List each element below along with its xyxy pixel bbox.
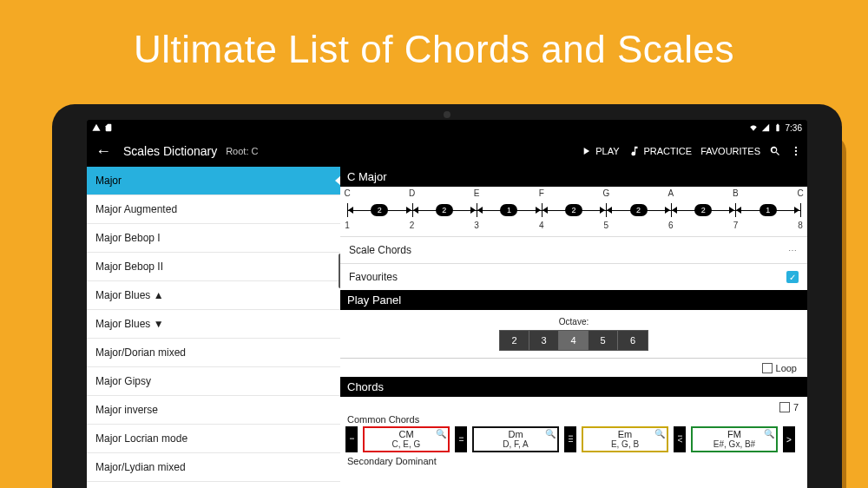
octave-button[interactable]: 2 (500, 331, 529, 350)
common-chords-label: Common Chords (347, 414, 802, 425)
note-label: E (474, 188, 480, 198)
sd-icon (104, 123, 113, 132)
favourites-action[interactable]: FAVOURITES (700, 146, 760, 156)
scale-diagram: CDEFGABC 2212221 12345678 (340, 187, 807, 236)
signal-icon (761, 123, 770, 132)
practice-action[interactable]: PRACTICE (628, 145, 693, 157)
note-label: A (668, 188, 674, 198)
step-label: 7 (733, 221, 739, 230)
scale-list-item[interactable]: Major Gipsy (87, 367, 340, 396)
scale-chords-row[interactable]: Scale Chords ⋯ (340, 236, 807, 263)
loop-checkbox[interactable] (762, 363, 773, 373)
scale-list-item[interactable]: Major Bebop I (87, 224, 340, 253)
magnify-icon[interactable]: 🔍 (764, 429, 774, 439)
scale-list-item[interactable]: Major inverse (87, 396, 340, 425)
music-note-icon (628, 145, 641, 157)
interval-bubble: 1 (500, 204, 517, 216)
chord-name: Dm (508, 429, 523, 439)
search-action[interactable] (769, 145, 781, 157)
octave-button[interactable]: 4 (559, 331, 589, 350)
chord-roman-label: I (345, 426, 358, 452)
wifi-icon (749, 123, 758, 132)
more-vert-icon (790, 145, 802, 157)
step-label: 6 (668, 221, 674, 230)
octave-button[interactable]: 6 (618, 331, 648, 350)
overflow-menu[interactable] (790, 145, 802, 157)
scrollbar-thumb[interactable] (339, 254, 340, 288)
chord-notes: C, E, G (392, 439, 421, 449)
chord-roman-label: III (564, 426, 576, 452)
favourites-checkbox[interactable]: ✓ (786, 271, 799, 283)
scale-title-header: C Major (340, 167, 807, 187)
main-panel: C Major CDEFGABC 2212221 12345678 Scale … (340, 167, 807, 488)
chord-roman-label: IV (674, 426, 686, 452)
scales-list[interactable]: MajorMajor AugmentedMajor Bebop IMajor B… (87, 167, 340, 488)
play-panel: Octave: 23456 (340, 310, 807, 359)
chord-name: CM (398, 429, 413, 439)
scale-list-item[interactable]: Major Bebop II (87, 253, 340, 281)
loop-label: Loop (776, 363, 797, 373)
scale-chords-label: Scale Chords (349, 244, 411, 256)
interval-bubble: 2 (565, 204, 582, 216)
scale-list-item[interactable]: Major Blues ▲ (87, 281, 340, 310)
interval-bubble: 2 (436, 204, 453, 216)
note-label: D (409, 188, 415, 198)
tablet-camera (444, 111, 450, 118)
chord-name: Em (618, 429, 633, 439)
note-label: B (733, 188, 739, 198)
interval-bubble: 2 (630, 204, 648, 216)
seventh-label: 7 (793, 402, 799, 412)
favourites-row[interactable]: Favourites ✓ (340, 263, 807, 290)
chord-card[interactable]: 🔍FME#, Gx, B# (691, 426, 778, 452)
promo-headline: Ultimate List of Chords and Scales (0, 28, 868, 71)
svg-point-1 (795, 150, 797, 152)
octave-selector[interactable]: 23456 (499, 330, 648, 351)
scale-list-item[interactable]: Major Locrian mode (87, 425, 340, 453)
favourites-row-label: Favourites (349, 271, 398, 283)
chord-notes: D, F, A (503, 439, 528, 449)
octave-label: Octave: (347, 317, 800, 326)
seventh-toggle-row[interactable]: 7 (349, 402, 799, 412)
chord-row: I🔍CMC, E, GII🔍DmD, F, AIII🔍EmE, G, BIV🔍F… (345, 426, 802, 452)
root-note-label[interactable]: Root: C (226, 146, 258, 156)
chord-card[interactable]: 🔍EmE, G, B (582, 426, 668, 452)
favourites-label: FAVOURITES (700, 146, 760, 156)
note-label: C (344, 188, 350, 198)
note-label: C (797, 188, 803, 198)
chords-area: 7 Common Chords I🔍CMC, E, GII🔍DmD, F, AI… (340, 397, 807, 472)
chord-notes: E, G, B (611, 439, 639, 449)
interval-bubble: 2 (694, 204, 712, 216)
secondary-dominant-label: Secondary Dominant (347, 456, 802, 466)
octave-button[interactable]: 5 (589, 331, 618, 350)
play-action[interactable]: PLAY (580, 145, 619, 157)
scale-list-item[interactable]: Major Augmented (87, 195, 340, 224)
play-label: PLAY (595, 146, 619, 156)
magnify-icon[interactable]: 🔍 (654, 429, 665, 439)
magnify-icon[interactable]: 🔍 (545, 429, 556, 439)
scale-list-item[interactable]: Major/Dorian mixed (87, 339, 340, 367)
app-body: MajorMajor AugmentedMajor Bebop IMajor B… (87, 167, 807, 488)
chord-card[interactable]: 🔍CMC, E, G (363, 426, 450, 452)
scale-list-item[interactable]: Major/Lydian mixed (87, 453, 340, 482)
chord-card[interactable]: 🔍DmD, F, A (472, 426, 559, 452)
tablet-frame: 7:36 ← Scales Dictionary Root: C PLAY PR… (52, 104, 842, 488)
action-bar: ← Scales Dictionary Root: C PLAY PRACTIC… (87, 135, 807, 167)
app-title: Scales Dictionary (123, 144, 217, 158)
practice-label: PRACTICE (644, 146, 693, 156)
seventh-checkbox[interactable] (779, 402, 790, 412)
back-button[interactable]: ← (92, 142, 115, 161)
magnify-icon[interactable]: 🔍 (436, 429, 446, 439)
scale-list-item[interactable]: Major (87, 167, 340, 195)
loop-row[interactable]: Loop (340, 359, 807, 377)
step-label: 5 (604, 221, 609, 230)
interval-bubble: 2 (371, 204, 388, 216)
step-label: 3 (474, 221, 479, 230)
octave-button[interactable]: 3 (529, 331, 559, 350)
chords-header: Chords (340, 377, 807, 397)
status-time: 7:36 (786, 123, 802, 133)
chords-scroll-right[interactable]: > (783, 426, 795, 452)
warning-icon (92, 123, 101, 132)
svg-point-2 (795, 154, 797, 155)
step-label: 8 (798, 221, 803, 230)
scale-list-item[interactable]: Major Blues ▼ (87, 310, 340, 339)
